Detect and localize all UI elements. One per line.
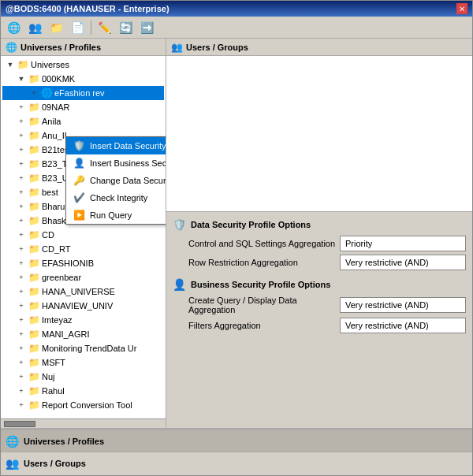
tree-scrollbar-h[interactable] bbox=[1, 418, 166, 428]
folder-icon-cd: 📁 bbox=[28, 229, 40, 241]
nav-universes-icon: 🌐 bbox=[6, 435, 19, 448]
expand-nuj[interactable]: + bbox=[15, 370, 28, 383]
tree-item-imteyaz[interactable]: + 📁 Imteyaz bbox=[2, 313, 164, 327]
tree-label-anu-ii: Anu_II bbox=[42, 131, 67, 140]
tree-item-hana-universe[interactable]: + 📁 HANA_UNIVERSE bbox=[2, 284, 164, 299]
expand-hana-universe[interactable]: + bbox=[15, 285, 28, 298]
expand-report-conversion[interactable]: + bbox=[15, 399, 28, 411]
context-menu: 🛡️ Insert Data Security Profile 👤 Insert… bbox=[65, 136, 166, 225]
business-security-title: Business Security Profile Options bbox=[191, 280, 330, 289]
tree-label-bharu: Bharu bbox=[42, 202, 65, 211]
expand-efashionib[interactable]: + bbox=[15, 257, 28, 270]
expand-cd[interactable]: + bbox=[15, 229, 28, 241]
expand-efashion[interactable]: + bbox=[28, 87, 40, 99]
window-title: @BODS:6400 (HANAUSER - Enterprise) bbox=[6, 4, 169, 13]
tree-label-cd: CD bbox=[42, 230, 54, 240]
close-button[interactable]: ✕ bbox=[456, 3, 467, 14]
folder-icon-09nar: 📁 bbox=[28, 101, 40, 113]
check-integrity-icon: ✔️ bbox=[73, 192, 85, 204]
expand-09nar[interactable]: + bbox=[15, 101, 28, 113]
tree-label-report-conversion: Report Conversion Tool bbox=[42, 400, 132, 410]
tree-item-mani-agri[interactable]: + 📁 MANI_AGRI bbox=[2, 327, 164, 341]
left-panel-header: 🌐 Universes / Profiles bbox=[1, 39, 166, 56]
tree-item-anila[interactable]: + 📁 Anila bbox=[2, 114, 164, 128]
folder-icon-anila: 📁 bbox=[28, 115, 40, 128]
context-menu-item-change-priority[interactable]: 🔑 Change Data Security Profile Priority bbox=[66, 172, 166, 189]
expand-b23ti[interactable]: + bbox=[15, 158, 28, 170]
tree-item-greenbear[interactable]: + 📁 greenbear bbox=[2, 270, 164, 284]
context-menu-item-insert-data[interactable]: 🛡️ Insert Data Security Profile bbox=[66, 137, 166, 154]
expand-greenbear[interactable]: + bbox=[15, 271, 28, 284]
control-sql-value-text: Priority bbox=[345, 239, 372, 248]
tree-item-msft[interactable]: + 📁 MSFT bbox=[2, 355, 164, 370]
context-menu-item-insert-business[interactable]: 👤 Insert Business Security Profile bbox=[66, 154, 166, 172]
tree-item-nuj[interactable]: + 📁 Nuj bbox=[2, 370, 164, 384]
folder-icon-btn[interactable]: 📁 bbox=[47, 19, 66, 36]
arrow-icon-btn[interactable]: ➡️ bbox=[137, 19, 157, 36]
expand-best[interactable]: + bbox=[15, 186, 28, 199]
tree-item-000kmk[interactable]: ▼ 📁 000KMK bbox=[2, 72, 164, 86]
tree-label-msft: MSFT bbox=[42, 358, 65, 367]
expand-monitoring[interactable]: + bbox=[15, 342, 28, 355]
tree-area[interactable]: ▼ 📁 Universes ▼ 📁 000KMK + 🌐 eFas bbox=[1, 56, 166, 418]
expand-hanaview[interactable]: + bbox=[15, 299, 28, 312]
tree-item-rahul[interactable]: + 📁 Rahul bbox=[2, 384, 164, 398]
tree-item-efashion[interactable]: + 🌐 eFashion rev bbox=[2, 86, 164, 100]
edit-icon-btn[interactable]: ✏️ bbox=[95, 19, 114, 36]
options-area: 🛡️ Data Security Profile Options Control… bbox=[166, 212, 472, 428]
folder-icon-000kmk: 📁 bbox=[28, 73, 40, 85]
tree-item-monitoring[interactable]: + 📁 Monitoring TrendData Ur bbox=[2, 341, 164, 355]
refresh-icon-btn[interactable]: 🔄 bbox=[116, 19, 136, 36]
context-menu-item-run-query[interactable]: ▶️ Run Query bbox=[66, 206, 166, 224]
folder-icon-monitoring: 📁 bbox=[28, 342, 40, 355]
tree-label-mani-agri: MANI_AGRI bbox=[42, 329, 90, 339]
context-menu-item-check-integrity[interactable]: ✔️ Check Integrity bbox=[66, 189, 166, 206]
expand-msft[interactable]: + bbox=[15, 356, 28, 369]
expand-anu-ii[interactable]: + bbox=[15, 129, 28, 142]
tree-container: ▼ 📁 Universes ▼ 📁 000KMK + 🌐 eFas bbox=[2, 58, 164, 412]
tree-item-09nar[interactable]: + 📁 09NAR bbox=[2, 100, 164, 114]
expand-b21tes[interactable]: + bbox=[15, 143, 28, 156]
tree-label-greenbear: greenbear bbox=[42, 273, 81, 282]
expand-bhaskar[interactable]: + bbox=[15, 214, 28, 227]
context-menu-label-run-query: Run Query bbox=[90, 210, 132, 220]
tree-item-cdrt[interactable]: + 📁 CD_RT bbox=[2, 242, 164, 256]
main-window: @BODS:6400 (HANAUSER - Enterprise) ✕ 🌐 👥… bbox=[0, 0, 473, 476]
business-security-header: 👤 Business Security Profile Options bbox=[173, 278, 466, 291]
expand-b23univ[interactable]: + bbox=[15, 172, 28, 184]
tree-item-hanaview[interactable]: + 📁 HANAVIEW_UNIV bbox=[2, 299, 164, 313]
tree-label-nuj: Nuj bbox=[42, 372, 55, 381]
filters-value-text: Very restrictive (AND) bbox=[345, 321, 429, 330]
tree-item-cd[interactable]: + 📁 CD bbox=[2, 228, 164, 242]
globe-icon-btn[interactable]: 🌐 bbox=[4, 19, 24, 36]
universe-icon-efashion: 🌐 bbox=[40, 87, 53, 99]
nav-item-universes[interactable]: 🌐 Universes / Profiles bbox=[1, 430, 472, 452]
tree-item-report-conversion[interactable]: + 📁 Report Conversion Tool bbox=[2, 398, 164, 412]
expand-bharu[interactable]: + bbox=[15, 200, 28, 213]
expand-000kmk[interactable]: ▼ bbox=[15, 73, 28, 85]
expand-universes[interactable]: ▼ bbox=[4, 58, 17, 71]
users-icon-btn[interactable]: 👥 bbox=[25, 19, 45, 36]
folder-icon-anu-ii: 📁 bbox=[28, 129, 40, 142]
tree-label-best: best bbox=[42, 188, 58, 197]
filters-row: Filters Aggregation Very restrictive (AN… bbox=[173, 318, 466, 333]
doc-icon-btn[interactable]: 📄 bbox=[68, 19, 88, 36]
row-restriction-value-text: Very restrictive (AND) bbox=[345, 258, 429, 267]
context-menu-label-insert-data: Insert Data Security Profile bbox=[90, 141, 166, 151]
expand-imteyaz[interactable]: + bbox=[15, 314, 28, 326]
folder-icon-efashionib: 📁 bbox=[28, 257, 40, 270]
right-panel: 👥 Users / Groups 🛡️ Data Security Profil… bbox=[166, 39, 472, 428]
expand-cdrt[interactable]: + bbox=[15, 243, 28, 255]
expand-anila[interactable]: + bbox=[15, 115, 28, 128]
tree-item-efashionib[interactable]: + 📁 EFASHIONIB bbox=[2, 256, 164, 270]
tree-item-universes[interactable]: ▼ 📁 Universes bbox=[2, 58, 164, 72]
scrollbar-thumb[interactable] bbox=[4, 421, 35, 427]
expand-mani-agri[interactable]: + bbox=[15, 328, 28, 340]
users-groups-header: 👥 Users / Groups bbox=[166, 39, 472, 56]
nav-item-users-groups[interactable]: 👥 Users / Groups bbox=[1, 452, 472, 474]
tree-label-universes: Universes bbox=[31, 60, 69, 69]
expand-rahul[interactable]: + bbox=[15, 385, 28, 397]
nav-universes-label: Universes / Profiles bbox=[24, 437, 104, 446]
folder-icon-report-conversion: 📁 bbox=[28, 399, 40, 411]
left-panel-title: Universes / Profiles bbox=[20, 43, 101, 52]
